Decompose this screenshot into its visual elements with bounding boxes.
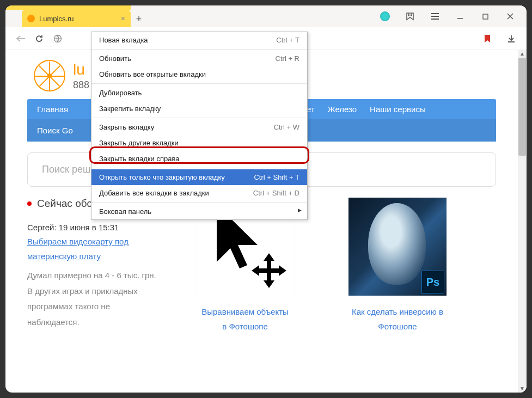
zen-button[interactable] (373, 8, 397, 25)
site-logo-icon[interactable] (34, 60, 65, 91)
download-icon (507, 34, 516, 43)
minimize-button[interactable] (448, 8, 472, 25)
menu-button[interactable] (423, 8, 447, 25)
maximize-button[interactable] (473, 8, 497, 25)
ctx-reload[interactable]: ОбновитьCtrl + R (91, 51, 307, 66)
zen-icon (380, 11, 390, 21)
comment-author: Сергей (27, 223, 54, 232)
comment-date: 19 июня в 15:31 (59, 223, 119, 232)
tab-favicon-icon (27, 15, 35, 22)
nav-search-google[interactable]: Поиск Go (37, 126, 73, 135)
ctx-close-others[interactable]: Закрыть другие вкладки (91, 135, 307, 151)
ctx-separator (91, 168, 307, 168)
bookmark-icon (484, 34, 491, 43)
move-cross-icon (249, 251, 289, 290)
card-title-l2: в Фотошопе (180, 319, 310, 334)
site-info-button[interactable] (52, 33, 63, 44)
back-arrow-icon (16, 35, 26, 42)
ctx-reload-all[interactable]: Обновить все открытые вкладки (91, 66, 307, 82)
new-tab-button[interactable]: + (131, 14, 147, 27)
article-card-invert[interactable]: Ps Как сделать инверсию в Фотошопе (332, 198, 463, 334)
ctx-side-panel[interactable]: Боковая панель (91, 204, 307, 219)
live-dot-icon (27, 201, 32, 206)
reload-icon (35, 34, 44, 43)
ctx-reopen-closed[interactable]: Открыть только что закрытую вкладкуCtrl … (91, 169, 307, 185)
site-phone: 888 (73, 79, 89, 91)
nav-hardware[interactable]: Железо (328, 105, 357, 114)
ctx-separator (91, 202, 307, 203)
downloads-button[interactable] (506, 33, 517, 44)
scroll-down-icon[interactable]: ▼ (518, 385, 527, 393)
tab-title: Lumpics.ru (39, 15, 117, 23)
minimize-icon (457, 13, 463, 20)
card-title-l1: Как сделать инверсию в (332, 304, 463, 319)
reload-button[interactable] (34, 33, 45, 44)
ctx-separator (91, 49, 307, 50)
window-controls (373, 5, 522, 27)
ctx-bookmark-all[interactable]: Добавить все вкладки в закладкиCtrl + Sh… (91, 185, 307, 201)
comment-body: Думал примерно на 4 - 6 тыс. грн. В друг… (27, 268, 158, 330)
favorites-button[interactable] (398, 8, 422, 25)
back-button[interactable] (15, 33, 26, 44)
close-icon (507, 13, 513, 20)
nav-services[interactable]: Наши сервисы (370, 105, 426, 114)
comment-meta: Сергей: 19 июня в 15:31 (27, 223, 158, 232)
browser-window: Lumpics.ru × + (5, 5, 527, 393)
face-icon (368, 203, 426, 285)
ctx-separator (91, 118, 307, 118)
ctx-pin[interactable]: Закрепить вкладку (91, 101, 307, 117)
card-title-l1: Выравниваем объекты (180, 304, 310, 319)
ctx-separator (91, 83, 307, 84)
close-window-button[interactable] (498, 8, 522, 25)
tab-strip: Lumpics.ru × + (5, 5, 527, 27)
nav-home[interactable]: Главная (37, 105, 68, 114)
ctx-close-tab[interactable]: Закрыть вкладкуCtrl + W (91, 119, 307, 135)
scroll-thumb[interactable] (518, 58, 526, 156)
scroll-up-icon[interactable]: ▲ (518, 50, 527, 58)
photoshop-badge-icon: Ps (421, 271, 444, 293)
comment-link[interactable]: Выбираем видеокарту под материнскую плат… (27, 237, 129, 261)
card-thumb-invert: Ps (348, 198, 447, 296)
bookmark-button[interactable] (482, 33, 493, 44)
maximize-icon (482, 14, 488, 20)
tab-context-menu: Новая вкладкаCtrl + T ОбновитьCtrl + R О… (91, 32, 308, 220)
card-title-l2: Фотошопе (332, 319, 463, 334)
site-name: lu (73, 61, 89, 78)
ctx-close-right[interactable]: Закрыть вкладки справа (91, 151, 307, 167)
globe-icon (53, 34, 62, 43)
close-tab-icon[interactable]: × (121, 14, 125, 23)
vertical-scrollbar[interactable]: ▲ ▼ (518, 50, 527, 393)
ctx-new-tab[interactable]: Новая вкладкаCtrl + T (91, 32, 307, 48)
hamburger-icon (431, 13, 439, 20)
svg-rect-0 (483, 14, 488, 19)
active-tab[interactable]: Lumpics.ru × (22, 10, 131, 27)
favorites-icon (406, 12, 414, 21)
ctx-duplicate[interactable]: Дублировать (91, 85, 307, 101)
